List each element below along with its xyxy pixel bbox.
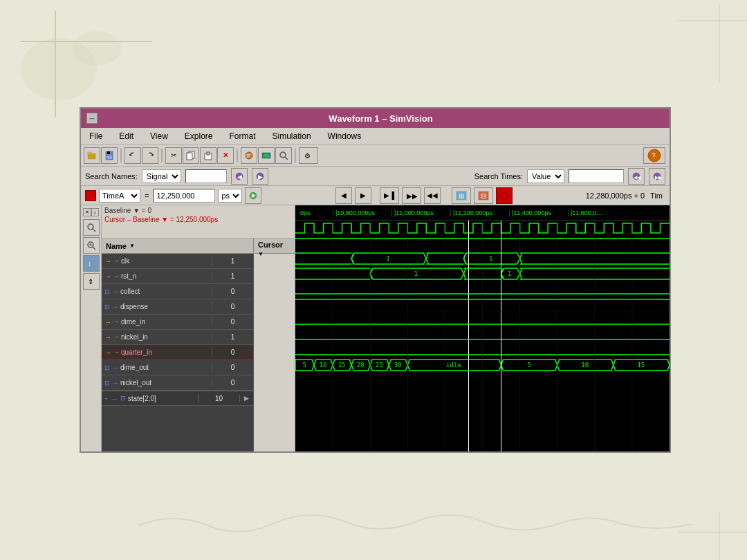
svg-point-43 [88, 224, 93, 230]
svg-text:⇕: ⇕ [88, 278, 93, 286]
signal-row-quarter-in[interactable]: → → quarter_in 0 [102, 345, 253, 360]
signal-name-dime-in: → → dime_in [102, 317, 212, 326]
undo-button[interactable] [124, 147, 141, 164]
dimeout-cursor-val: 0 [212, 363, 253, 372]
state-expand-btn[interactable]: ▶ [239, 395, 253, 402]
time-marker-3: |11,200,000ps [450, 209, 509, 216]
probe-button[interactable]: P [241, 147, 257, 164]
stop-button[interactable] [496, 187, 513, 204]
time-unit-dropdown[interactable]: ps [218, 189, 242, 203]
dimein-arrow-icon: → [104, 318, 111, 326]
cursor-display: Cursor – Baseline ▼ = 12,250,000ps [104, 216, 292, 223]
time-search-prev-button[interactable]: ◀◀ [628, 168, 645, 185]
toolbar-group-1 [84, 147, 118, 164]
time-search-next-button[interactable]: ▶▶ [649, 168, 665, 185]
save-button[interactable] [101, 147, 118, 164]
svg-text:⊞: ⊞ [459, 192, 464, 200]
expand-arrow-icon: ▶ [244, 395, 249, 402]
svg-text:◀◀: ◀◀ [634, 175, 641, 180]
signal-row-rst-n[interactable]: → → rst_n 1 [102, 269, 253, 284]
quarterin-arrow-icon: → [104, 348, 111, 356]
menu-explore[interactable]: Explore [182, 131, 216, 142]
add-wave-button[interactable] [258, 147, 275, 164]
signal-row-state[interactable]: + — ⊡ state[2:0] 10 ▶ [102, 391, 253, 406]
paste-button[interactable] [200, 147, 216, 164]
magnify-button[interactable] [83, 219, 100, 236]
step-button[interactable]: ▶▶ [402, 187, 421, 204]
quarterin-cursor-val: 0 [212, 348, 253, 357]
minimize-button[interactable]: ─ [86, 113, 98, 124]
search-times-input[interactable] [569, 169, 624, 183]
signal-row-dime-in[interactable]: → → dime_in 0 [102, 315, 253, 330]
menu-edit[interactable]: Edit [116, 131, 136, 142]
menu-windows[interactable]: Windows [325, 131, 365, 142]
search-names-label: Search Names: [85, 172, 138, 180]
svg-text:?: ? [652, 152, 656, 160]
time-marker-0: 0ps [298, 209, 333, 216]
time-cursor-dropdown[interactable]: TimeA [99, 189, 140, 203]
search-next-button[interactable]: ▶ [252, 168, 268, 185]
title-bar: ─ Waveform 1 – SimVision [81, 109, 670, 128]
toolbar-group-2 [124, 147, 158, 164]
name-column-header[interactable]: Name ▼ [102, 239, 253, 253]
signal-name-nickel-out: ⊡ → nickel_out [102, 378, 212, 387]
nickelin-sub-icon: → [113, 334, 119, 340]
menu-simulation[interactable]: Simulation [270, 131, 314, 142]
menu-view[interactable]: View [147, 131, 171, 142]
time-value-input[interactable] [153, 189, 215, 203]
zoom-signal-button[interactable] [83, 237, 100, 254]
signal-row-nickel-in[interactable]: → → nickel_in 1 [102, 330, 253, 345]
copy-button[interactable] [183, 147, 199, 164]
panel-minimize-button[interactable]: ○ [91, 208, 100, 216]
play-button[interactable]: ▶▐ [380, 187, 399, 204]
separator-4 [295, 149, 296, 162]
help-button[interactable]: ? [643, 147, 665, 164]
signal-row-clk[interactable]: → → clk 1 [102, 254, 253, 269]
svg-point-3 [73, 31, 121, 66]
search-names-dropdown[interactable]: Signal [142, 169, 181, 183]
svg-text:P: P [247, 153, 250, 158]
signal-row-nickel-out[interactable]: ⊡ → nickel_out 0 [102, 375, 253, 391]
nickelin-label: nickel_in [121, 333, 148, 341]
zoom-button[interactable] [275, 147, 292, 164]
nickelin-arrow-icon: → [104, 333, 111, 341]
svg-line-23 [285, 157, 288, 160]
signal-name-dispense: ⊡ → dispense [102, 302, 212, 311]
name-col-label: Name [106, 242, 127, 250]
zoom-out-time-button[interactable]: ⊟ [474, 187, 493, 204]
search-names-input[interactable] [185, 169, 227, 183]
go-to-time-button[interactable] [245, 187, 261, 204]
svg-text:◀: ◀ [237, 174, 242, 180]
signal-row-dime-out[interactable]: ⊡ → dime_out 0 [102, 360, 253, 375]
scroll-button[interactable]: ⇕ [83, 273, 100, 290]
delete-button[interactable]: ✕ [217, 147, 234, 164]
cursor-col-label: Cursor [258, 241, 283, 249]
signal-name-rst-n: → → rst_n [102, 272, 212, 281]
search-times-dropdown[interactable]: Value [527, 169, 564, 183]
settings-button[interactable]: ⚙ [299, 147, 318, 164]
panel-close-button[interactable]: ✕ [83, 208, 91, 216]
cut-button[interactable]: ✂ [165, 147, 182, 164]
rstn-label: rst_n [121, 272, 136, 280]
menu-file[interactable]: File [86, 131, 105, 142]
waveform-canvas-area[interactable] [295, 221, 670, 451]
insert-signal-button[interactable]: ↕ [83, 255, 100, 272]
search-times-label: Search Times: [474, 172, 523, 180]
clk-sub-icon: → [113, 258, 119, 264]
open-button[interactable] [84, 147, 100, 164]
signal-row-collect[interactable]: ⊡ → collect 0 [102, 284, 253, 299]
cursor-indicator [85, 190, 96, 201]
zoom-in-time-button[interactable]: ⊞ [452, 187, 471, 204]
dimein-cursor-val: 0 [212, 317, 253, 326]
redo-button[interactable] [142, 147, 158, 164]
prev-event-button[interactable]: ◀ [335, 187, 352, 204]
cursor-column-header[interactable]: Cursor ▼ [253, 239, 295, 253]
signal-row-dispense[interactable]: ⊡ → dispense 0 [102, 299, 253, 315]
rewind-button[interactable]: ◀◀ [424, 187, 441, 204]
menu-format[interactable]: Format [227, 131, 259, 142]
svg-rect-16 [187, 153, 192, 160]
search-prev-button[interactable]: ◀ [231, 168, 248, 185]
dispense-sub-icon: → [112, 304, 118, 310]
svg-line-46 [93, 247, 95, 250]
next-event-button[interactable]: ▶ [355, 187, 371, 204]
